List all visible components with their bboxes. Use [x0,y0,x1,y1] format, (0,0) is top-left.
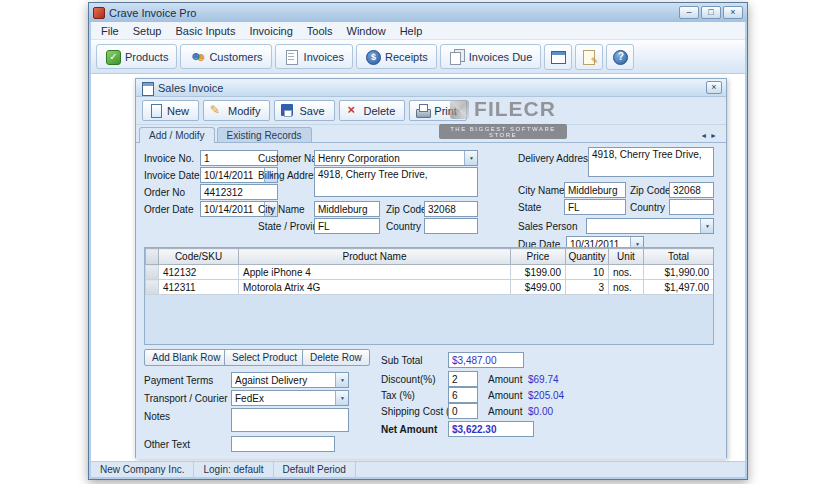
invoices-icon [284,49,300,65]
menu-basic-inputs[interactable]: Basic Inputs [168,24,242,38]
sales-person-select[interactable] [586,218,714,234]
row-selector[interactable] [146,280,159,295]
receipts-button[interactable]: Receipts [356,44,437,69]
delivery-state-field[interactable]: FL [564,199,626,215]
billing-zip-field[interactable]: 32068 [424,201,478,217]
billing-state-field[interactable]: FL [314,218,380,234]
row-selector[interactable] [146,265,159,280]
delivery-city-label: City Name [518,185,565,197]
table-row[interactable]: 412132 Apple iPhone 4 $199.00 10 nos. $1… [146,265,714,280]
shipping-amount-value: $0.00 [528,406,553,417]
menu-invoicing[interactable]: Invoicing [242,24,299,38]
cell-total[interactable]: $1,497.00 [644,280,714,295]
save-button-label: Save [299,105,324,117]
cell-quantity[interactable]: 10 [566,265,609,280]
sub-total-field[interactable]: $3,487.00 [448,352,524,368]
items-grid: Code/SKU Product Name Price Quantity Uni… [144,247,714,345]
tab-existing-records[interactable]: Existing Records [217,127,312,142]
order-no-field[interactable]: 4412312 [200,184,278,200]
save-button[interactable]: Save [274,100,334,121]
billing-zip-label: Zip Code [386,204,427,216]
cell-code[interactable]: 412132 [159,265,239,280]
col-quantity[interactable]: Quantity [566,249,609,265]
tax-amount-value: $205.04 [528,390,564,401]
cell-unit[interactable]: nos. [609,265,644,280]
delivery-city-field[interactable]: Middleburg [564,182,626,198]
customers-button[interactable]: Customers [180,44,271,69]
cell-total[interactable]: $1,990.00 [644,265,714,280]
other-text-field[interactable] [231,436,335,452]
other-text-label: Other Text [144,439,190,451]
modify-button[interactable]: Modify [203,100,270,121]
products-button[interactable]: Products [96,44,177,69]
menu-tools[interactable]: Tools [300,24,340,38]
products-button-label: Products [125,51,168,63]
delivery-zip-field[interactable]: 32068 [669,182,714,198]
products-icon [105,49,121,65]
col-total[interactable]: Total [644,249,714,265]
delivery-address-field[interactable]: 4918, Cherry Tree Drive, [588,147,714,177]
menu-window[interactable]: Window [340,24,393,38]
menu-help[interactable]: Help [393,24,430,38]
app-icon [93,7,105,19]
new-button-label: New [167,105,189,117]
delete-row-button[interactable]: Delete Row [302,349,370,366]
billing-city-field[interactable]: Middleburg [314,201,380,217]
delete-button[interactable]: Delete [339,100,406,121]
status-bar: New Company Inc. Login: default Default … [91,461,745,477]
minimize-button[interactable]: – [679,6,699,19]
help-button[interactable] [606,44,634,70]
grid-view-button[interactable] [544,44,572,70]
billing-country-field[interactable] [424,218,478,234]
tab-add-modify[interactable]: Add / Modify [139,127,215,143]
menu-file[interactable]: File [94,24,126,38]
tax-label: Tax (%) [381,390,415,402]
table-row[interactable]: 412311 Motorola Atrix 4G $499.00 3 nos. … [146,280,714,295]
tab-scroll-right-icon[interactable]: ► [710,132,720,139]
maximize-button[interactable]: □ [701,6,721,19]
memo-button[interactable] [575,44,603,70]
delivery-country-field[interactable] [669,199,714,215]
discount-label: Discount(%) [381,374,435,386]
sales-invoice-window: Sales Invoice × New Modify Save [135,78,727,458]
tab-scroll-left-icon[interactable]: ◄ [700,132,710,139]
invoices-due-button[interactable]: Invoices Due [440,44,542,69]
transport-courier-select[interactable]: FedEx [231,390,349,406]
invoices-button[interactable]: Invoices [275,44,353,69]
col-price[interactable]: Price [511,249,566,265]
cell-product[interactable]: Apple iPhone 4 [239,265,511,280]
add-blank-row-button[interactable]: Add Blank Row [144,349,228,366]
cell-code[interactable]: 412311 [159,280,239,295]
shipping-pct-field[interactable]: 0 [448,403,478,419]
delivery-state-label: State [518,202,541,214]
menu-setup[interactable]: Setup [126,24,169,38]
title-bar[interactable]: Crave Invoice Pro – □ × [89,3,747,22]
cell-price[interactable]: $199.00 [511,265,566,280]
sales-invoice-close-button[interactable]: × [706,81,722,94]
notes-field[interactable] [231,408,349,432]
cell-quantity[interactable]: 3 [566,280,609,295]
sales-invoice-title-bar[interactable]: Sales Invoice × [136,79,726,97]
discount-pct-field[interactable]: 2 [448,371,478,387]
new-icon [148,103,163,118]
close-button[interactable]: × [723,6,743,19]
cell-product[interactable]: Motorola Atrix 4G [239,280,511,295]
payment-terms-select[interactable]: Against Delivery [231,372,349,388]
status-period: Default Period [274,462,356,477]
net-amount-field[interactable]: $3,622.30 [448,421,534,437]
tax-pct-field[interactable]: 6 [448,387,478,403]
customers-icon [189,49,205,65]
col-code-sku[interactable]: Code/SKU [159,249,239,265]
new-button[interactable]: New [142,100,199,121]
select-product-button[interactable]: Select Product [224,349,305,366]
cell-price[interactable]: $499.00 [511,280,566,295]
col-product-name[interactable]: Product Name [239,249,511,265]
cell-unit[interactable]: nos. [609,280,644,295]
items-grid-header-row: Code/SKU Product Name Price Quantity Uni… [146,249,714,265]
delivery-address-label: Delivery Address [518,153,593,165]
order-date-label: Order Date [144,204,193,216]
col-unit[interactable]: Unit [609,249,644,265]
billing-address-field[interactable]: 4918, Cherry Tree Drive, [314,167,478,197]
print-button[interactable]: Print [409,100,467,121]
customer-name-select[interactable]: Henry Corporation [314,150,478,166]
